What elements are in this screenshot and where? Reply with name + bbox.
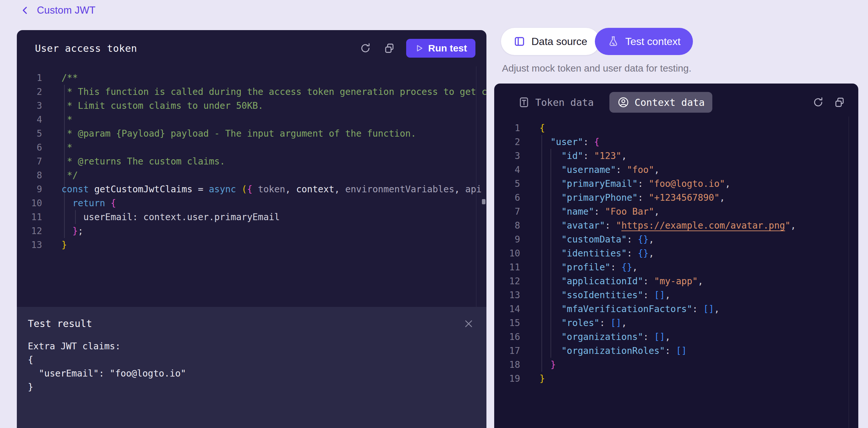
line-number: 10	[17, 196, 42, 210]
line-number: 8	[494, 218, 520, 233]
code-line: 9const getCustomJwtClaims = async ({ tok…	[17, 182, 487, 196]
line-number: 3	[494, 149, 520, 163]
code-text: };	[61, 224, 83, 238]
line-number: 7	[494, 205, 520, 218]
refresh-button[interactable]	[358, 41, 373, 55]
close-icon	[463, 318, 474, 329]
panel-left-icon	[513, 35, 526, 48]
data-source-label: Data source	[531, 36, 587, 48]
code-text: "organizations": [],	[539, 330, 671, 344]
tab-token-data[interactable]: Token data	[510, 92, 602, 113]
line-number: 18	[494, 358, 520, 372]
line-number: 2	[494, 135, 520, 149]
code-text: *	[61, 113, 72, 127]
data-source-button[interactable]: Data source	[501, 28, 600, 55]
line-number: 13	[494, 288, 520, 302]
line-number: 4	[494, 163, 520, 177]
test-context-button[interactable]: Test context	[595, 28, 693, 55]
code-line: 5 "primaryEmail": "foo@logto.io",	[494, 177, 858, 191]
test-result-output: Extra JWT claims: { "userEmail": "foo@lo…	[28, 340, 474, 394]
line-number: 11	[17, 210, 42, 224]
code-line: 8 */	[17, 169, 487, 182]
line-number: 5	[17, 127, 42, 141]
code-text: "organizationRoles": []	[539, 344, 687, 358]
code-text: * Limit custom claims to under 50KB.	[61, 99, 264, 113]
copy-icon	[834, 96, 845, 108]
copy-icon	[383, 42, 395, 54]
chevron-left-icon[interactable]	[20, 5, 30, 16]
code-text: "primaryPhone": "+1234567890",	[539, 191, 725, 205]
line-number: 3	[17, 99, 42, 113]
line-number: 11	[494, 260, 520, 274]
code-line: 2 * This function is called during the a…	[17, 85, 487, 99]
context-json-editor[interactable]: 1{2 "user": {3 "id": "123",4 "username":…	[494, 117, 858, 428]
close-button[interactable]	[463, 318, 474, 329]
code-line: 15 "roles": [],	[494, 316, 858, 330]
code-text: "user": {	[539, 135, 599, 149]
code-text: }	[539, 372, 545, 386]
code-line: 16 "organizations": [],	[494, 330, 858, 344]
code-editor[interactable]: 1/**2 * This function is called during t…	[17, 66, 487, 307]
line-number: 13	[17, 238, 42, 252]
code-line: 3 * Limit custom claims to under 50KB.	[17, 99, 487, 113]
line-number: 19	[494, 372, 520, 386]
code-line: 13 "ssoIdentities": [],	[494, 288, 858, 302]
token-data-icon	[518, 96, 530, 109]
code-text: * @param {Payload} payload - The input a…	[61, 127, 416, 141]
indent-guide	[64, 85, 65, 238]
back-link[interactable]: Custom JWT	[20, 4, 95, 16]
code-text: return {	[61, 196, 116, 210]
line-number: 4	[17, 113, 42, 127]
test-context-card: Token data Context data 1{2 "user": {3 "…	[494, 84, 858, 428]
code-line: 7 "name": "Foo Bar",	[494, 205, 858, 218]
code-line: 7 * @returns The custom claims.	[17, 154, 487, 169]
code-line: 10 return {	[17, 196, 487, 210]
code-line: 12 "applicationId": "my-app",	[494, 274, 858, 288]
line-number: 17	[494, 344, 520, 358]
code-text: * @returns The custom claims.	[61, 154, 225, 169]
code-line: 12 };	[17, 224, 487, 238]
line-number: 12	[17, 224, 42, 238]
line-number: 9	[17, 182, 42, 196]
code-text: "username": "foo",	[539, 163, 659, 177]
code-text: userEmail: context.user.primaryEmail	[61, 210, 280, 224]
run-test-button[interactable]: Run test	[406, 39, 475, 58]
indent-guide	[551, 149, 551, 358]
code-line: 6 "primaryPhone": "+1234567890",	[494, 191, 858, 205]
code-text: {	[539, 121, 545, 135]
page-title[interactable]: Custom JWT	[37, 4, 95, 16]
line-number: 8	[17, 169, 42, 182]
code-line: 13}	[17, 238, 487, 252]
code-line: 1{	[494, 121, 858, 135]
scrollbar-thumb[interactable]	[482, 199, 486, 204]
code-text: "identities": {},	[539, 246, 654, 260]
code-line: 4 "username": "foo",	[494, 163, 858, 177]
copy-button[interactable]	[382, 41, 397, 55]
copy-context-button[interactable]	[832, 95, 847, 110]
refresh-context-button[interactable]	[811, 95, 825, 110]
code-text: "customData": {},	[539, 233, 654, 246]
editor-section: User access token Run test 1/**2 * This …	[17, 30, 487, 307]
line-number: 12	[494, 274, 520, 288]
tab-context-data[interactable]: Context data	[610, 92, 713, 113]
refresh-icon	[812, 96, 824, 108]
code-line: 3 "id": "123",	[494, 149, 858, 163]
code-line: 18 }	[494, 358, 858, 372]
line-number: 15	[494, 316, 520, 330]
line-number: 6	[494, 191, 520, 205]
code-text: "avatar": "https://example.com/avatar.pn…	[539, 218, 796, 233]
line-number: 5	[494, 177, 520, 191]
code-text: "roles": [],	[539, 316, 627, 330]
code-text: "mfaVerificationFactors": [],	[539, 302, 719, 316]
line-number: 6	[17, 141, 42, 154]
editor-title: User access token	[35, 43, 137, 54]
run-test-label: Run test	[428, 43, 467, 54]
code-text: "id": "123",	[539, 149, 627, 163]
code-line: 8 "avatar": "https://example.com/avatar.…	[494, 218, 858, 233]
code-text: "primaryEmail": "foo@logto.io",	[539, 177, 731, 191]
line-number: 9	[494, 233, 520, 246]
context-data-icon	[617, 96, 629, 109]
code-line: 14 "mfaVerificationFactors": [],	[494, 302, 858, 316]
test-context-label: Test context	[625, 36, 681, 48]
code-line: 2 "user": {	[494, 135, 858, 149]
